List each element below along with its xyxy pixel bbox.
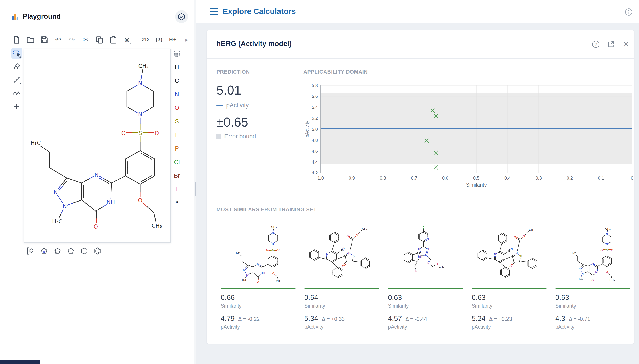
undo-icon: ↶ xyxy=(55,36,61,43)
redo-icon: ↷ xyxy=(69,36,74,43)
close-icon[interactable]: × xyxy=(622,40,631,49)
calculated-values-button[interactable]: (?) xyxy=(154,34,164,45)
pactivity-delta: Δ = -0.71 xyxy=(569,316,590,322)
cyclopentane-template-button[interactable] xyxy=(66,246,76,256)
benzene-template-button[interactable] xyxy=(92,246,103,256)
toolbar-overflow-button[interactable]: ▸ xyxy=(181,34,192,45)
svg-text:S: S xyxy=(606,248,608,252)
similar-molecule-thumbnail[interactable]: CH₃NNSOOOCH₃NONHNNH₃CH₃C xyxy=(555,225,630,283)
molecule-editor-panel: Playground xyxy=(0,0,194,364)
chain-tool-button[interactable] xyxy=(11,88,22,98)
similar-card: CH₃NNSOOOCH₃NONHNNH₃CH₃C0.66Similarity4.… xyxy=(221,225,296,330)
similarity-value: 0.63 xyxy=(388,294,463,302)
similar-molecule-thumbnail[interactable]: FNNNNNHNOCH₃N xyxy=(388,225,463,283)
svg-text:O: O xyxy=(266,248,268,252)
layout-2d-button[interactable]: 2D xyxy=(140,34,151,45)
check-structure-button[interactable] xyxy=(175,10,188,23)
atom-button-P[interactable]: P xyxy=(172,143,182,154)
svg-text:O: O xyxy=(256,280,259,283)
similar-molecule-thumbnail[interactable]: NNNSOOOCH₃ xyxy=(472,225,547,283)
cyclohexane-template-button[interactable] xyxy=(79,246,90,256)
periodic-table-button[interactable] xyxy=(172,48,182,59)
similar-card: CH₃NNSOOOCH₃NONHNNH₃CH₃C0.63Similarity4.… xyxy=(555,225,630,330)
redo-button[interactable]: ↷ xyxy=(66,34,77,45)
pactivity-row: 5.34Δ = +0.33 xyxy=(304,314,379,322)
svg-text:N: N xyxy=(43,250,45,253)
bond-tool-button[interactable] xyxy=(11,74,22,85)
card-header: hERG (Activity model) ? × xyxy=(207,30,634,58)
svg-text:H₃C: H₃C xyxy=(52,218,62,225)
editor-top-toolbar: ↶ ↷ ✂ xyxy=(11,34,192,45)
svg-text:4.4: 4.4 xyxy=(312,160,318,164)
prediction-value: 5.01 xyxy=(216,83,241,98)
molecule-canvas[interactable]: CH₃NNSOOOCH₃NONHNNH₃CH₃C xyxy=(24,49,171,242)
applicability-domain-chart: 4.24.44.64.85.05.25.45.65.81.00.90.80.70… xyxy=(303,82,636,187)
svg-text:?: ? xyxy=(595,42,597,47)
layout-2d-icon: 2D xyxy=(142,38,149,42)
clean-up-button[interactable]: ⊗ xyxy=(122,34,132,45)
editor-title: Playground xyxy=(23,12,61,20)
svg-text:N: N xyxy=(592,262,594,265)
svg-text:0.3: 0.3 xyxy=(536,176,542,180)
help-icon[interactable]: ? xyxy=(591,40,600,49)
cyclopentadiene-template-button[interactable] xyxy=(52,246,63,256)
error-band-swatch xyxy=(216,134,221,139)
error-bound-legend-label: Error bound xyxy=(224,133,256,140)
atom-button-Br[interactable]: Br xyxy=(172,170,182,181)
similar-molecule-thumbnail[interactable]: CH₃NNSOOOCH₃NONHNNH₃CH₃C xyxy=(221,225,296,283)
cut-button[interactable]: ✂ xyxy=(80,34,91,45)
similar-card: NNNSOOOCH₃0.64Similarity5.34Δ = +0.33pAc… xyxy=(304,225,379,330)
svg-text:CH₃: CH₃ xyxy=(438,265,444,268)
new-document-icon xyxy=(12,36,21,44)
atom-button-F[interactable]: F xyxy=(172,130,182,140)
svg-text:0.7: 0.7 xyxy=(411,176,417,180)
svg-text:N: N xyxy=(516,252,518,255)
atom-button-I[interactable]: I xyxy=(172,184,182,195)
info-icon[interactable] xyxy=(624,8,633,16)
custom-templates-button[interactable] xyxy=(25,246,36,256)
svg-text:O: O xyxy=(342,264,344,268)
similarity-value: 0.63 xyxy=(555,294,630,302)
svg-text:CH₃: CH₃ xyxy=(138,63,149,69)
svg-text:CH₃: CH₃ xyxy=(271,225,276,228)
paste-button[interactable] xyxy=(108,34,118,45)
explore-header: Explore Calculators xyxy=(196,0,639,23)
divider-grip[interactable] xyxy=(195,182,196,196)
copy-button[interactable] xyxy=(94,34,105,45)
atom-button-S[interactable]: S xyxy=(172,116,182,127)
charge-plus-button[interactable]: + xyxy=(11,101,22,112)
open-folder-icon xyxy=(26,36,35,44)
cyclohexane-ring-icon xyxy=(80,246,88,256)
atom-button-H[interactable]: H xyxy=(172,62,182,72)
select-tool-button[interactable] xyxy=(11,48,22,58)
export-icon[interactable] xyxy=(606,40,616,49)
atom-button-any[interactable]: * xyxy=(172,198,182,208)
periodic-table-icon xyxy=(173,50,181,58)
eraser-tool-button[interactable] xyxy=(11,61,22,72)
svg-text:O: O xyxy=(347,234,349,238)
pyrrole-template-button[interactable]: N xyxy=(39,246,50,256)
svg-text:0.2: 0.2 xyxy=(567,176,573,180)
charge-minus-button[interactable]: − xyxy=(11,114,22,125)
svg-text:O: O xyxy=(509,264,512,268)
atom-button-C[interactable]: C xyxy=(172,76,182,86)
atom-button-Cl[interactable]: Cl xyxy=(172,157,182,168)
prediction-legend: pActivity xyxy=(216,102,249,109)
explicit-hydrogens-button[interactable]: H± xyxy=(168,34,178,45)
similarity-label: Similarity xyxy=(388,303,463,309)
svg-text:CH₃: CH₃ xyxy=(605,227,610,230)
atom-button-O[interactable]: O xyxy=(172,102,182,113)
menu-icon[interactable] xyxy=(210,8,219,15)
atom-button-N[interactable]: N xyxy=(172,89,182,100)
open-button[interactable] xyxy=(25,34,36,45)
undo-button[interactable]: ↶ xyxy=(53,34,64,45)
save-button[interactable] xyxy=(39,34,50,45)
minus-icon: − xyxy=(13,116,20,124)
svg-text:O: O xyxy=(278,248,280,252)
clean-up-icon: ⊗ xyxy=(124,36,130,43)
panel-divider xyxy=(194,0,196,364)
copy-icon xyxy=(95,36,104,44)
pactivity-value: 5.34 xyxy=(304,314,318,322)
similar-molecule-thumbnail[interactable]: NNNSOOOCH₃ xyxy=(304,225,379,283)
new-document-button[interactable] xyxy=(11,34,22,45)
